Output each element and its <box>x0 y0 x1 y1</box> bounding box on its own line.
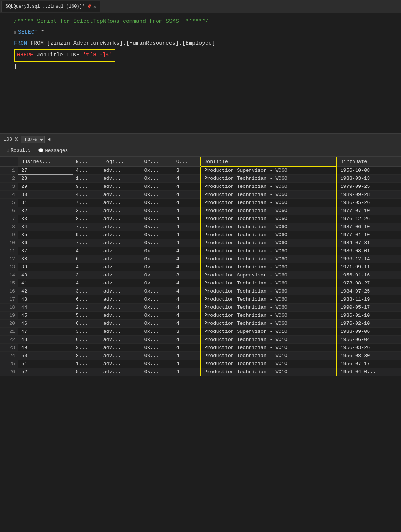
jobtitle-cell: Production Technician - WC60 <box>201 287 337 295</box>
table-cell: adv... <box>100 191 141 199</box>
table-cell: 0x... <box>141 352 173 360</box>
table-cell: 4 <box>173 215 201 223</box>
table-cell: 48 <box>18 336 73 344</box>
table-cell: 1987-06-10 <box>337 223 401 231</box>
tab-close-icon[interactable]: ✕ <box>93 4 96 9</box>
jobtitle-cell: Production Technician - WC60 <box>201 239 337 247</box>
table-cell: 0x... <box>141 328 173 336</box>
table-cell: 0x... <box>141 175 173 183</box>
from-body: FROM [zinzin_AdventureWorks].[HumanResou… <box>27 38 215 49</box>
comment-line: /***** Script for SelectTopNRows command… <box>0 16 401 27</box>
jobtitle-cell: Production Technician - WC60 <box>201 191 337 199</box>
row-number: 21 <box>0 328 18 336</box>
comment-text: /***** Script for SelectTopNRows command… <box>14 16 209 27</box>
table-cell: 0x... <box>141 304 173 312</box>
select-keyword: SELECT <box>18 27 38 38</box>
where-jobtitle: JobTitle <box>33 50 66 61</box>
results-tabs: ⊞ Results 💬 Messages <box>0 145 401 157</box>
table-row: 21473...adv...0x...3Production Superviso… <box>0 328 401 336</box>
jobtitle-cell: Production Technician - WC60 <box>201 304 337 312</box>
table-cell: 1977-07-10 <box>337 207 401 215</box>
table-row: 17436...adv...0x...4Production Technicia… <box>0 295 401 304</box>
scroll-left-arrow[interactable]: ◀ <box>48 137 50 142</box>
jobtitle-cell: Production Technician - WC10 <box>201 360 337 368</box>
table-cell: 4 <box>173 175 201 183</box>
table-cell: 31 <box>18 199 73 207</box>
table-cell: 6... <box>73 295 100 304</box>
table-cell: 47 <box>18 328 73 336</box>
col-header-rownum <box>0 157 18 166</box>
table-cell: 7... <box>73 223 100 231</box>
table-cell: 0x... <box>141 295 173 304</box>
table-cell: 4 <box>173 263 201 271</box>
row-number: 23 <box>0 344 18 352</box>
table-row: 15414...adv...0x...4Production Technicia… <box>0 279 401 287</box>
table-cell: 0x... <box>141 279 173 287</box>
table-cell: 0x... <box>141 271 173 279</box>
table-cell: 3 <box>173 328 201 336</box>
table-cell: adv... <box>100 271 141 279</box>
table-row: 6323...adv...0x...4Production Technician… <box>0 207 401 215</box>
jobtitle-cell: Production Technician - WC60 <box>201 279 337 287</box>
tab-results[interactable]: ⊞ Results <box>3 146 34 155</box>
col-header-o: O... <box>173 157 201 166</box>
col-header-jobtitle: JobTitle <box>201 157 337 166</box>
table-cell: 5... <box>73 368 100 376</box>
table-cell: 46 <box>18 320 73 328</box>
table-cell: 3... <box>73 328 100 336</box>
table-cell: 0x... <box>141 312 173 320</box>
row-number: 17 <box>0 295 18 304</box>
table-cell: 1976-12-26 <box>337 215 401 223</box>
table-cell: 0x... <box>141 368 173 376</box>
table-cell: 1984-07-25 <box>337 287 401 295</box>
table-cell: 7... <box>73 199 100 207</box>
row-number: 3 <box>0 183 18 191</box>
tab-pin-icon[interactable]: 📌 <box>87 4 91 9</box>
table-cell: 36 <box>18 239 73 247</box>
table-cell: 4 <box>173 360 201 368</box>
table-cell: 4 <box>173 295 201 304</box>
jobtitle-cell: Production Technician - WC10 <box>201 336 337 344</box>
row-number: 8 <box>0 223 18 231</box>
table-cell: adv... <box>100 320 141 328</box>
jobtitle-cell: Production Technician - WC10 <box>201 344 337 352</box>
jobtitle-cell: Production Technician - WC10 <box>201 368 337 376</box>
table-cell: adv... <box>100 231 141 239</box>
table-cell: 1986-05-26 <box>337 199 401 207</box>
collapse-icon[interactable]: ⊟ <box>14 27 16 38</box>
table-cell: 1988-03-13 <box>337 175 401 183</box>
tab-bar: SQLQuery3.sql...zinsql (160))* 📌 ✕ <box>0 0 401 13</box>
table-cell: 1989-09-28 <box>337 191 401 199</box>
zoom-dropdown[interactable]: 100 % 75 % 125 % 150 % <box>21 136 45 143</box>
query-tab[interactable]: SQLQuery3.sql...zinsql (160))* 📌 ✕ <box>1 1 100 12</box>
jobtitle-cell: Production Technician - WC60 <box>201 199 337 207</box>
table-cell: adv... <box>100 207 141 215</box>
table-cell: 45 <box>18 312 73 320</box>
table-cell: 8... <box>73 352 100 360</box>
table-row: 23499...adv...0x...4Production Technicia… <box>0 344 401 352</box>
tab-title: SQLQuery3.sql...zinsql (160))* <box>5 4 85 9</box>
table-row: 8347...adv...0x...4Production Technician… <box>0 223 401 231</box>
table-cell: 29 <box>18 183 73 191</box>
table-cell: 0x... <box>141 199 173 207</box>
table-cell: 30 <box>18 191 73 199</box>
table-cell: 4 <box>173 183 201 191</box>
messages-icon: 💬 <box>38 148 44 153</box>
table-cell: 4 <box>173 304 201 312</box>
row-number: 5 <box>0 199 18 207</box>
table-row: 1274...adv...0x...3Production Supervisor… <box>0 166 401 175</box>
table-row: 7338...adv...0x...4Production Technician… <box>0 215 401 223</box>
table-cell: adv... <box>100 295 141 304</box>
table-cell: 49 <box>18 344 73 352</box>
table-cell: 4... <box>73 247 100 255</box>
table-cell: adv... <box>100 368 141 376</box>
table-cell: 1971-09-11 <box>337 263 401 271</box>
jobtitle-cell: Production Supervisor - WC60 <box>201 271 337 279</box>
row-number: 16 <box>0 287 18 295</box>
table-cell: 1... <box>73 360 100 368</box>
tab-messages[interactable]: 💬 Messages <box>34 146 71 155</box>
table-cell: 3... <box>73 207 100 215</box>
row-number: 25 <box>0 360 18 368</box>
table-cell: adv... <box>100 223 141 231</box>
table-cell: 4 <box>173 368 201 376</box>
